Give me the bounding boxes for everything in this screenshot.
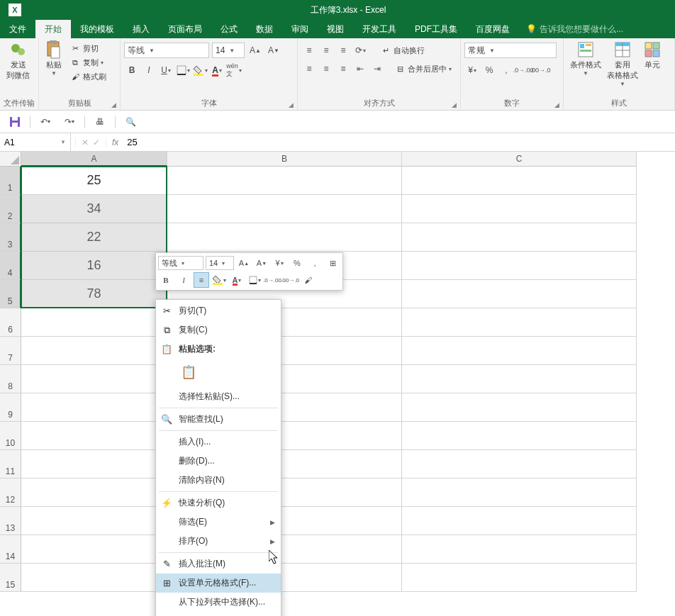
cell[interactable]: 34 [21, 195, 167, 223]
ctx-delete[interactable]: 删除(D)... [156, 452, 281, 471]
cell[interactable] [402, 223, 637, 252]
column-header[interactable]: A [21, 152, 167, 167]
cell[interactable] [402, 507, 637, 535]
row-header[interactable]: 7 [0, 337, 21, 365]
fill-color-button[interactable]: ▾ [192, 62, 208, 78]
print-preview-button[interactable]: 🔍 [121, 114, 140, 130]
mini-increase-font[interactable]: A▲ [236, 255, 252, 271]
cell[interactable] [402, 308, 637, 337]
percent-button[interactable]: % [481, 62, 497, 78]
cell[interactable] [167, 167, 402, 195]
column-header[interactable]: C [402, 152, 637, 167]
tab-templates[interactable]: 我的模板 [71, 20, 123, 38]
ctx-sort[interactable]: 排序(O)▶ [156, 532, 281, 551]
row-header[interactable]: 6 [0, 308, 21, 337]
mini-fill-color-button[interactable]: ▾ [211, 272, 227, 288]
ctx-format-cells[interactable]: ⊞设置单元格格式(F)... [156, 573, 281, 593]
font-name-combo[interactable]: 等线▼ [124, 43, 209, 58]
cell[interactable] [402, 195, 637, 223]
ctx-phonetic[interactable]: wén文显示拼音字段(S) [156, 612, 281, 616]
row-header[interactable]: 15 [0, 564, 21, 592]
select-all-corner[interactable] [0, 152, 21, 167]
cell[interactable] [402, 450, 637, 478]
tab-insert[interactable]: 插入 [123, 20, 159, 38]
ctx-paste-default[interactable]: 📋 [179, 362, 199, 383]
cell[interactable]: 22 [21, 223, 167, 252]
tab-pdf[interactable]: PDF工具集 [406, 20, 467, 38]
conditional-format-button[interactable]: 条件格式▼ [567, 40, 604, 78]
cell[interactable] [402, 535, 637, 564]
table-format-button[interactable]: 套用 表格格式▼ [604, 40, 641, 89]
formula-input[interactable] [124, 135, 671, 149]
bold-button[interactable]: B [124, 62, 140, 78]
wrap-text-button[interactable]: ↵自动换行 [378, 43, 427, 57]
ctx-dropdown-list[interactable]: 从下拉列表中选择(K)... [156, 593, 281, 612]
redo-button[interactable]: ↷▾ [60, 114, 79, 130]
clipboard-launcher[interactable]: ◢ [111, 101, 116, 108]
row-header[interactable]: 11 [0, 450, 21, 478]
border-button[interactable]: ▾ [175, 62, 191, 78]
underline-button[interactable]: U▾ [158, 62, 174, 78]
cell[interactable] [21, 450, 167, 478]
cell[interactable] [402, 365, 637, 393]
tab-file[interactable]: 文件 [0, 20, 35, 38]
merge-center-button[interactable]: ⊟合并后居中▾ [392, 62, 454, 76]
tab-baidu[interactable]: 百度网盘 [467, 20, 519, 38]
cell[interactable] [402, 478, 637, 507]
cell[interactable] [21, 422, 167, 450]
tab-data[interactable]: 数据 [247, 20, 282, 38]
cell[interactable]: 16 [21, 252, 167, 280]
font-color-button[interactable]: A▾ [209, 62, 225, 78]
ctx-paste-special[interactable]: 选择性粘贴(S)... [156, 387, 281, 406]
mini-accounting-button[interactable]: ¥▾ [272, 255, 287, 271]
cell[interactable] [21, 365, 167, 393]
mini-border-button[interactable]: ▾ [247, 272, 262, 288]
align-middle-button[interactable]: ≡ [318, 43, 334, 58]
number-format-combo[interactable]: 常规▼ [464, 43, 557, 58]
align-top-button[interactable]: ≡ [301, 43, 317, 58]
save-button[interactable] [6, 114, 24, 130]
mini-comma-button[interactable]: , [307, 255, 323, 271]
font-launcher[interactable]: ◢ [289, 101, 294, 108]
format-painter-button[interactable]: 🖌格式刷 [67, 69, 108, 84]
row-header[interactable]: 12 [0, 478, 21, 507]
cell[interactable] [21, 337, 167, 365]
send-to-wechat-button[interactable]: 发送 到微信 [4, 40, 33, 82]
ctx-quick-analysis[interactable]: ⚡快速分析(Q) [156, 493, 281, 513]
cell[interactable]: 78 [21, 280, 167, 308]
mini-font-combo[interactable]: 等线▾ [158, 256, 203, 270]
cell[interactable] [21, 535, 167, 564]
mini-size-combo[interactable]: 14▾ [206, 256, 234, 270]
ctx-copy[interactable]: ⧉复制(C) [156, 320, 281, 340]
align-right-button[interactable]: ≡ [335, 61, 351, 77]
comma-button[interactable]: , [498, 62, 514, 78]
increase-decimal-button[interactable]: .0→.00 [515, 62, 531, 78]
cell[interactable] [21, 564, 167, 592]
cell-styles-button[interactable]: 单元 [641, 40, 664, 72]
cell[interactable] [402, 252, 637, 280]
cell[interactable]: 25 [21, 167, 167, 195]
row-header[interactable]: 5 [0, 280, 21, 308]
cell[interactable] [21, 507, 167, 535]
tab-home[interactable]: 开始 [35, 20, 71, 38]
row-header[interactable]: 2 [0, 195, 21, 223]
indent-increase-button[interactable]: ⇥ [369, 61, 385, 77]
mini-format-cells-button[interactable]: ⊞ [325, 255, 340, 271]
cell[interactable] [402, 337, 637, 365]
cell[interactable] [402, 167, 637, 195]
mini-decrease-decimal-button[interactable]: .00→.0 [282, 272, 298, 288]
italic-button[interactable]: I [141, 62, 157, 78]
cut-button[interactable]: ✂剪切 [67, 41, 101, 55]
row-header[interactable]: 4 [0, 252, 21, 280]
ctx-cut[interactable]: ✂剪切(T) [156, 301, 281, 320]
decrease-font-button[interactable]: A▼ [266, 43, 281, 58]
cell[interactable] [21, 393, 167, 422]
row-header[interactable]: 13 [0, 507, 21, 535]
cell[interactable] [402, 393, 637, 422]
number-launcher[interactable]: ◢ [554, 101, 559, 108]
ctx-insert[interactable]: 插入(I)... [156, 432, 281, 452]
name-box[interactable]: A1▼ [0, 133, 71, 151]
mini-decrease-font[interactable]: A▼ [254, 255, 269, 271]
mini-format-painter-button[interactable]: 🖌 [300, 272, 316, 288]
copy-button[interactable]: ⧉复制▾ [67, 55, 106, 69]
